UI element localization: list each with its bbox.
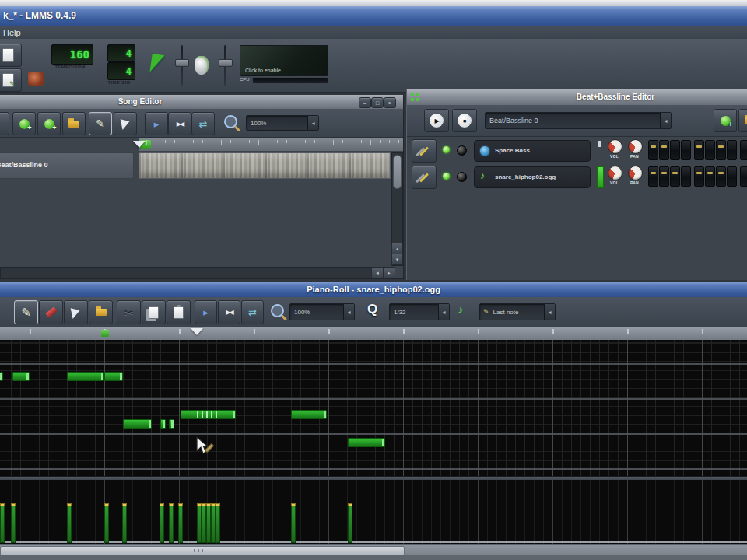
se-scroll-left-button[interactable]: ◂ <box>371 267 384 278</box>
new-project-button[interactable] <box>0 44 22 67</box>
master-pitch-slider-knob[interactable] <box>219 59 233 67</box>
song-editor-minimize-button[interactable]: – <box>359 97 371 108</box>
track-volume-knob[interactable] <box>608 166 622 180</box>
bb-track-name-plate[interactable]: Beat/Bassline 0 <box>0 152 134 179</box>
timesig-numerator-display[interactable]: 4 <box>107 44 135 62</box>
velocity-bar[interactable] <box>160 506 164 543</box>
velocity-bar[interactable] <box>178 506 183 543</box>
se-zoom-combobox[interactable]: 100% ◂ <box>246 115 319 131</box>
pr-note-length-combobox[interactable]: ✎ Last note ◂ <box>479 303 556 320</box>
pr-q-combobox[interactable]: 1/32 ◂ <box>389 303 450 320</box>
beat-step[interactable] <box>681 166 691 187</box>
piano-roll-note[interactable] <box>291 410 327 419</box>
se-scroll-right-button[interactable]: ▸ <box>383 267 395 278</box>
beat-step[interactable] <box>740 166 747 187</box>
beat-step[interactable] <box>740 140 747 160</box>
se-horizontal-scrollbar[interactable] <box>0 267 372 278</box>
beat-step[interactable] <box>716 140 726 160</box>
beat-step[interactable] <box>670 166 680 187</box>
timesig-denominator-display[interactable]: 4 <box>107 62 135 80</box>
bb-add-pattern-button[interactable]: + <box>714 109 737 132</box>
se-end-marker-button[interactable]: ▶◀ <box>168 112 191 135</box>
pr-note-length-combo-arrow-icon[interactable]: ◂ <box>544 304 555 320</box>
track-name-plate[interactable]: Space Bass <box>474 140 591 162</box>
bb-editor-grip-icon[interactable] <box>409 92 420 103</box>
song-editor-timeline[interactable] <box>139 138 403 152</box>
bb-add-automation-button[interactable] <box>738 109 747 132</box>
velocity-bar[interactable] <box>104 506 109 543</box>
track-name-plate[interactable]: ♪ snare_hiphop02.ogg <box>474 166 591 188</box>
track-mute-led[interactable] <box>443 173 450 180</box>
velocity-bar[interactable] <box>291 506 296 543</box>
beat-step[interactable] <box>705 140 715 160</box>
track-mute-led[interactable] <box>443 146 450 153</box>
se-zoom-combo-arrow-icon[interactable]: ◂ <box>307 116 318 130</box>
master-volume-slider[interactable] <box>181 45 183 86</box>
velocity-bar[interactable] <box>122 506 127 543</box>
pr-zoom-combobox[interactable]: 100% ◂ <box>289 303 355 320</box>
track-pan-knob[interactable] <box>628 139 643 154</box>
track-volume-knob[interactable] <box>608 139 622 154</box>
song-editor-maximize-button[interactable]: □ <box>371 97 384 108</box>
se-playhead-triangle[interactable] <box>133 141 146 148</box>
tempo-display[interactable]: 160 <box>51 44 93 65</box>
velocity-bar[interactable] <box>169 506 174 543</box>
bb-pattern-segment[interactable] <box>139 152 391 179</box>
piano-roll-titlebar[interactable]: Piano-Roll - snare_hiphop02.ogg <box>0 282 747 297</box>
window-titlebar[interactable]: k_* - LMMS 0.4.9 <box>0 6 747 26</box>
beat-step[interactable] <box>694 166 704 187</box>
se-edit-mode-button[interactable] <box>114 112 137 135</box>
piano-roll-note[interactable] <box>169 419 174 429</box>
pr-playhead-triangle[interactable] <box>191 328 203 335</box>
bb-play-button[interactable]: ▶ <box>424 109 449 132</box>
beat-step-cells[interactable] <box>648 139 747 161</box>
pr-zoom-combo-arrow-icon[interactable]: ◂ <box>343 304 354 320</box>
track-pan-knob[interactable] <box>628 166 643 180</box>
se-draw-mode-button[interactable]: ✎ <box>89 112 112 135</box>
pr-erase-mode-button[interactable] <box>39 300 63 324</box>
bb-track-grip-button[interactable] <box>412 166 437 189</box>
pr-q-combo-arrow-icon[interactable]: ◂ <box>438 304 449 320</box>
beat-step[interactable] <box>694 140 704 160</box>
beat-step[interactable] <box>659 140 669 160</box>
beat-step[interactable] <box>705 166 715 187</box>
piano-roll-velocity-lane[interactable] <box>0 480 747 544</box>
song-editor-partial-button[interactable] <box>0 112 9 135</box>
pr-select-mode-button[interactable] <box>64 300 88 324</box>
bb-editor-titlebar[interactable]: Beat+Bassline Editor <box>407 89 747 105</box>
piano-roll-note[interactable] <box>181 410 236 419</box>
output-visualizer[interactable]: Click to enable <box>240 45 328 76</box>
beat-step-cells[interactable] <box>648 166 747 187</box>
velocity-bar[interactable] <box>67 506 72 543</box>
pr-cut-button[interactable]: ✂ <box>117 300 141 324</box>
pr-loop-button[interactable]: ⇄ <box>241 300 264 324</box>
beat-step[interactable] <box>681 140 691 160</box>
pr-end-marker-button[interactable]: ▶◀ <box>218 300 240 324</box>
velocity-bar[interactable] <box>0 506 5 543</box>
add-bb-track-button[interactable]: + <box>12 112 36 135</box>
pr-copy-button[interactable] <box>142 300 166 324</box>
pr-draw-mode-button[interactable]: ✎ <box>14 300 38 324</box>
pr-behaviour-button[interactable]: ▸ <box>195 300 217 324</box>
piano-roll-note-grid[interactable] <box>0 340 747 476</box>
piano-roll-note[interactable] <box>67 372 104 381</box>
beat-step[interactable] <box>659 166 669 187</box>
velocity-bar[interactable] <box>11 506 16 543</box>
bb-stop-button[interactable]: ■ <box>452 109 477 132</box>
pr-paste-button[interactable] <box>167 300 191 324</box>
pr-detune-mode-button[interactable] <box>89 300 113 324</box>
master-volume-slider-knob[interactable] <box>175 59 189 67</box>
timeline-green-marker[interactable] <box>101 330 109 337</box>
piano-roll-note[interactable] <box>348 438 385 447</box>
bb-pattern-combo-arrow-icon[interactable]: ◂ <box>660 113 671 128</box>
velocity-bar[interactable] <box>348 506 352 543</box>
open-project-button[interactable]: ✎ <box>0 68 22 92</box>
add-automation-track-button[interactable] <box>62 112 86 135</box>
piano-roll-note[interactable] <box>160 419 166 429</box>
bb-pattern-combobox[interactable]: Beat/Bassline 0 ◂ <box>485 112 672 129</box>
beat-step[interactable] <box>727 166 737 187</box>
track-solo-knob[interactable] <box>457 145 467 156</box>
piano-roll-note[interactable] <box>123 419 152 429</box>
piano-roll-note[interactable] <box>0 372 3 381</box>
se-vscroll-thumb[interactable] <box>393 155 402 189</box>
